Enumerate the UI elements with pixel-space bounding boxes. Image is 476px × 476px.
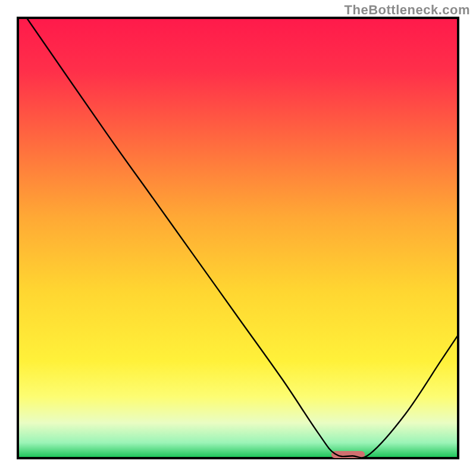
bottleneck-chart — [0, 0, 476, 476]
plot-area — [18, 18, 458, 458]
chart-container: TheBottleneck.com — [0, 0, 476, 476]
gradient-background — [18, 18, 458, 458]
attribution-watermark: TheBottleneck.com — [345, 2, 470, 18]
